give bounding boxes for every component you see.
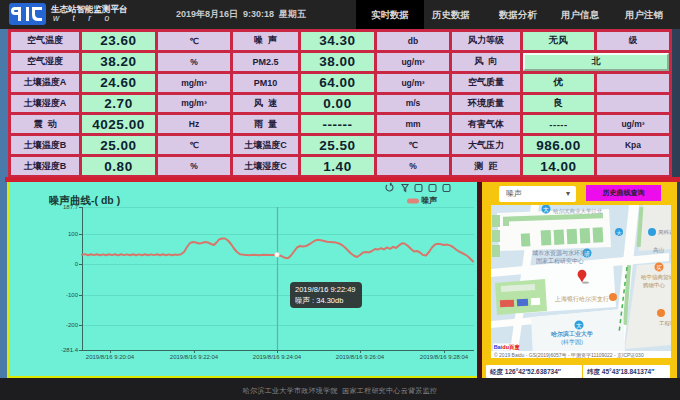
svg-text:2019/8/16 9:26:04: 2019/8/16 9:26:04 [336, 354, 385, 360]
svg-text:-100: -100 [66, 292, 79, 298]
svg-text:-281.4: -281.4 [61, 347, 79, 353]
svg-text:-200: -200 [66, 322, 79, 328]
svg-text:2019/8/16 9:22:04: 2019/8/16 9:22:04 [170, 354, 219, 360]
svg-text:买: 买 [656, 265, 662, 271]
svg-text:2019/8/16 9:28:04: 2019/8/16 9:28:04 [420, 354, 469, 360]
svg-text:哈尔滨工业大学: 哈尔滨工业大学 [551, 330, 593, 338]
svg-text:© 2019 Baidu - GS(2019)6057号 -: © 2019 Baidu - GS(2019)6057号 - 甲测资字11109… [494, 352, 644, 358]
svg-text:城市水资源与水环境: 城市水资源与水环境 [532, 249, 586, 257]
svg-text:工程地: 工程地 [659, 320, 671, 327]
svg-text:(科学园): (科学园) [561, 339, 583, 346]
svg-text:上海银行哈尔滨支行: 上海银行哈尔滨支行 [554, 295, 609, 303]
svg-text:大: 大 [616, 230, 622, 236]
svg-text:国家工程研究中心: 国家工程研究中心 [536, 257, 584, 265]
svg-text:高山: 高山 [653, 247, 664, 253]
svg-text:Bai: Bai [494, 344, 503, 350]
svg-text:0: 0 [75, 261, 79, 267]
svg-text:2019/8/16 9:24:04: 2019/8/16 9:24:04 [253, 354, 302, 360]
svg-text:2019/8/16 9:20:04: 2019/8/16 9:20:04 [86, 354, 135, 360]
svg-text:大: 大 [576, 322, 582, 329]
svg-text:100: 100 [68, 231, 79, 237]
svg-text:哈中信商贸城: 哈中信商贸城 [641, 274, 671, 281]
svg-text:哈尔滨商业大学江北: 哈尔滨商业大学江北 [553, 208, 603, 215]
svg-text:购物中心: 购物中心 [643, 282, 666, 289]
svg-text:du百度: du百度 [502, 344, 520, 351]
svg-text:周科农小区: 周科农小区 [658, 229, 671, 235]
svg-text:大: 大 [543, 206, 549, 213]
